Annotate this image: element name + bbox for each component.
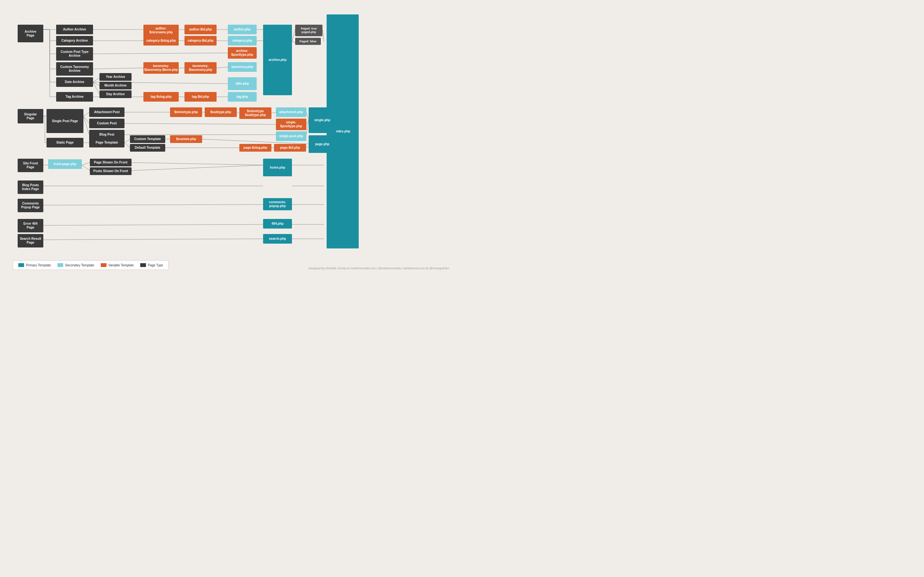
static-page-node: Static Page bbox=[47, 138, 83, 147]
site-front-page-node: Site FrontPage bbox=[18, 159, 43, 172]
404-php-node: 404.php bbox=[263, 219, 292, 229]
comments-popup-php-node: comments-popup.php bbox=[263, 198, 292, 210]
tag-php-node: tag.php bbox=[228, 92, 257, 102]
legend-secondary: Secondary Template bbox=[57, 263, 94, 267]
legend-pagetype-box bbox=[140, 263, 146, 267]
taxonomy-tax-node: taxonomy-$taxonomy.php bbox=[184, 62, 216, 74]
date-archive-node: Date Archive bbox=[56, 77, 93, 87]
author-nicename-node: author-$nicename.php bbox=[144, 25, 179, 36]
subtype-php-node: $subtype.php bbox=[205, 107, 237, 117]
legend-variable: Variable Template bbox=[101, 263, 134, 267]
mimetype-subtype-node: $mimetype$subtype.php bbox=[239, 107, 271, 119]
single-post-page-node: Single Post Page bbox=[47, 109, 83, 133]
search-php-node: search.php bbox=[263, 234, 292, 243]
taxonomy-term-node: taxonomy-$taxonomy-$term.php bbox=[144, 62, 179, 74]
legend-secondary-label: Secondary Template bbox=[65, 263, 94, 267]
category-archive-node: Category Archive bbox=[56, 36, 93, 45]
home-php-node: home.php bbox=[263, 159, 292, 176]
author-archive-node: Author Archive bbox=[56, 25, 93, 34]
archive-posttype-node: archive-$posttype.php bbox=[228, 47, 257, 59]
category-id-node: category-$id.php bbox=[184, 36, 216, 45]
page-slug-node: page-$slug.php bbox=[239, 144, 271, 152]
paged-false-node: Paged: false bbox=[295, 38, 321, 45]
legend-variable-label: Variable Template bbox=[108, 263, 134, 267]
archive-page-node: ArchivePage bbox=[18, 25, 43, 42]
single-post-php-node: single-post.php bbox=[276, 131, 306, 141]
search-result-node: Search ResultPage bbox=[18, 234, 43, 247]
tag-id-node: tag-$id.php bbox=[184, 92, 216, 102]
legend-variable-box bbox=[101, 263, 107, 267]
page-php-node: page.php bbox=[309, 135, 336, 153]
custom-taxonomy-archive-node: Custom TaxonomyArchive bbox=[56, 62, 93, 76]
page-shown-on-front-node: Page Shown On Front bbox=[90, 159, 132, 166]
page-template-node: Page Template bbox=[89, 138, 124, 147]
custom-template-node: Custom Template bbox=[130, 135, 165, 143]
footer-text: Designed By Michelle Schulp at marktimem… bbox=[309, 267, 449, 270]
single-php-node: single.php bbox=[309, 107, 336, 133]
error-404-node: Error 404Page bbox=[18, 219, 43, 232]
month-archive-node: Month Archive bbox=[99, 82, 132, 89]
tag-archive-node: Tag Archive bbox=[56, 92, 93, 102]
date-php-node: date.php bbox=[228, 77, 257, 90]
attachment-post-node: Attachment Post bbox=[89, 107, 124, 117]
category-php-node: category.php bbox=[228, 36, 257, 45]
singular-page-node: SingularPage bbox=[18, 109, 43, 123]
year-archive-node: Year Archive bbox=[99, 73, 132, 81]
paged-true-node: Paged: truepaged.php bbox=[295, 25, 322, 36]
legend: Primary Template Secondary Template Vari… bbox=[13, 260, 168, 270]
comments-popup-node: CommentsPopup Page bbox=[18, 199, 43, 212]
archive-php-node: archive.php bbox=[263, 25, 292, 95]
front-page-php-node: front-page.php bbox=[48, 159, 82, 169]
default-template-node: Default Template bbox=[130, 144, 165, 152]
legend-secondary-box bbox=[57, 263, 63, 267]
single-posttype-node: single-$posttype.php bbox=[276, 119, 306, 130]
posts-shown-on-front-node: Posts Shown On Front bbox=[90, 167, 132, 175]
legend-primary-box bbox=[18, 263, 24, 267]
mimetype-php-node: $mimetype.php bbox=[170, 107, 202, 117]
legend-primary: Primary Template bbox=[18, 263, 51, 267]
tag-slug-node: tag-$slug.php bbox=[144, 92, 179, 102]
legend-pagetype: Page Type bbox=[140, 263, 163, 267]
blog-posts-index-node: Blog PostsIndex Page bbox=[18, 181, 43, 194]
page-id-node: page-$id.php bbox=[274, 144, 306, 152]
custom-php-node: $custom.php bbox=[170, 135, 202, 143]
category-slug-node: category-$slug.php bbox=[144, 36, 179, 45]
attachment-php-node: attachment.php bbox=[276, 107, 306, 117]
taxonomy-php-node: taxonomy.php bbox=[228, 62, 257, 72]
diagram-container: ArchivePage Author Archive Category Arch… bbox=[0, 0, 462, 276]
legend-pagetype-label: Page Type bbox=[148, 263, 163, 267]
legend-primary-label: Primary Template bbox=[26, 263, 51, 267]
custom-post-type-archive-node: Custom Post TypeArchive bbox=[56, 47, 93, 61]
day-archive-node: Day Archive bbox=[99, 90, 132, 98]
custom-post-node: Custom Post bbox=[89, 119, 124, 128]
author-php-node: author.php bbox=[228, 25, 257, 34]
author-id-node: author-$id.php bbox=[184, 25, 216, 34]
